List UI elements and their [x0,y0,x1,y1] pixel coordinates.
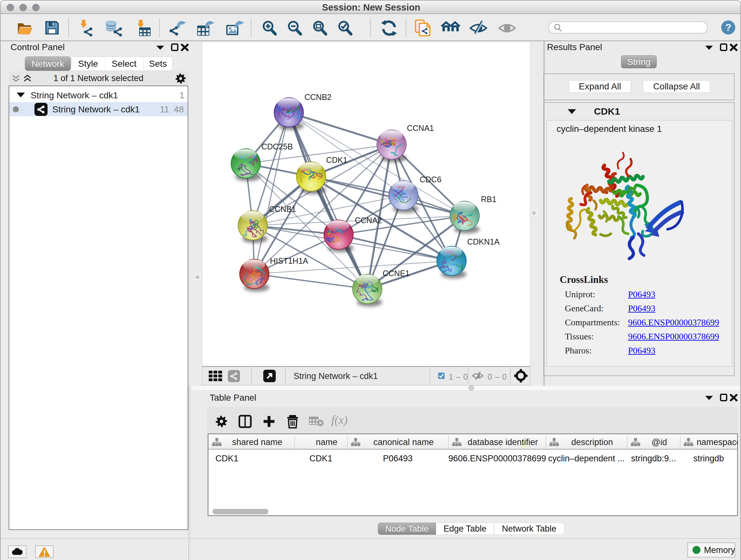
svg-text:CDKN1A: CDKN1A [467,237,500,246]
svg-text:CCNB1: CCNB1 [269,205,296,213]
svg-text:CCNE1: CCNE1 [383,269,410,278]
svg-text:CCNA2: CCNA2 [355,216,382,225]
svg-text:CDC25B: CDC25B [261,142,293,151]
svg-text:CDK1: CDK1 [326,155,347,165]
svg-text:CCNB2: CCNB2 [305,92,332,102]
svg-text:?: ? [725,22,731,33]
svg-text:RB1: RB1 [481,195,496,204]
svg-text:CCNA1: CCNA1 [407,124,434,132]
svg-text:HIST1H1A: HIST1H1A [270,256,308,265]
svg-text:CDC6: CDC6 [420,175,441,184]
